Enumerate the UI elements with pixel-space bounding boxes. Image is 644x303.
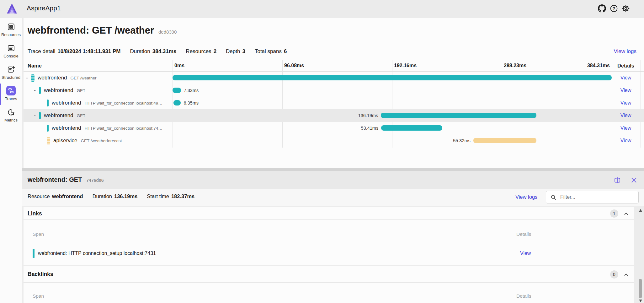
span-title: webfrontend: GET <box>28 176 82 183</box>
span-resource-name: webfrontend <box>52 125 81 131</box>
span-panel-content: Links 1 Span Details webfrontend: HTTP c… <box>22 206 644 303</box>
span-resource-name: webfrontend <box>44 112 73 119</box>
span-details-cell: View <box>612 122 640 134</box>
details-scrollbar[interactable] <box>638 207 643 303</box>
span-operation-name: GET /weather <box>71 76 97 80</box>
trace-span-row[interactable]: webfrontend HTTP wait_for_connection loc… <box>24 122 644 134</box>
resource-color-icon <box>47 100 49 106</box>
span-duration: Duration136.19ms <box>93 193 138 199</box>
span-view-link[interactable]: View <box>620 75 631 80</box>
span-duration-label: 6.35ms <box>184 100 199 106</box>
sidebar-item-metrics[interactable]: Metrics <box>0 105 22 126</box>
span-details-cell: View <box>612 84 640 97</box>
sidebar-label: Metrics <box>0 118 22 122</box>
span-details-cell: View <box>612 134 640 147</box>
span-panel-title: webfrontend: GET7476d06 <box>28 176 104 183</box>
span-start-time: Start time182.37ms <box>147 193 194 199</box>
span-duration-label: 55.32ms <box>453 138 471 143</box>
trace-span-row[interactable]: webfrontend HTTP wait_for_connection loc… <box>24 97 644 109</box>
backlinks-count-badge: 0 <box>610 270 618 279</box>
split-view-icon[interactable] <box>613 176 622 185</box>
resource-color-icon <box>47 137 50 144</box>
span-timeline-cell: 53.41ms <box>173 122 612 134</box>
sidebar-item-console[interactable]: Console <box>0 41 22 62</box>
resource-color-icon <box>39 87 41 94</box>
help-icon[interactable]: ? <box>609 4 618 13</box>
chevron-up-icon[interactable] <box>623 271 630 278</box>
row-expander[interactable]: - <box>34 112 39 119</box>
span-name-cell: - webfrontend GET <box>24 109 170 122</box>
structured-logs-icon <box>7 65 15 74</box>
sidebar-item-resources[interactable]: Resources <box>0 19 22 41</box>
span-view-link[interactable]: View <box>620 88 631 93</box>
span-view-logs-link[interactable]: View logs <box>515 194 537 200</box>
filter-input[interactable] <box>560 194 632 200</box>
span-duration-label: 7.33ms <box>184 88 199 93</box>
span-details-cell: View <box>612 72 640 84</box>
trace-span-row[interactable]: - webfrontend GET 7.33ms View <box>24 84 644 97</box>
links-title: Links <box>28 210 42 217</box>
trace-detail-card: webfrontend: GET /weatherded8390 Trace d… <box>24 18 644 168</box>
span-info-bar: Resourcewebfrontend Duration136.19ms Sta… <box>22 189 644 206</box>
span-name-cell: apiservice GET /weatherforecast <box>24 134 170 147</box>
span-timeline-cell: 136.19ms <box>173 109 612 122</box>
span-panel-header: webfrontend: GET7476d06 <box>22 171 644 189</box>
resource-color-icon <box>39 112 41 119</box>
row-expander[interactable]: - <box>34 87 39 94</box>
span-duration-label: 136.19ms <box>358 113 378 118</box>
span-id: 7476d06 <box>86 178 104 183</box>
trace-span-row[interactable]: - webfrontend GET 136.19ms View <box>24 109 644 122</box>
span-view-link[interactable]: View <box>620 100 631 106</box>
trace-span-row[interactable]: - webfrontend GET /weather View <box>24 72 644 84</box>
sidebar-item-traces[interactable]: Traces <box>0 84 22 105</box>
scroll-up-arrow-icon[interactable] <box>639 209 642 212</box>
resources-grid-icon <box>7 23 15 31</box>
active-indicator <box>0 84 1 105</box>
links-section: Links 1 Span Details webfrontend: HTTP c… <box>24 207 634 265</box>
settings-gear-icon[interactable] <box>621 4 630 13</box>
backlinks-section-header[interactable]: Backlinks 0 <box>24 266 634 283</box>
span-timeline-cell: 7.33ms <box>173 84 612 97</box>
metrics-icon <box>7 108 15 116</box>
sidebar-label: Structured <box>0 75 22 80</box>
chevron-up-icon[interactable] <box>623 210 630 217</box>
span-timeline-bar <box>173 88 181 93</box>
row-expander[interactable]: - <box>26 75 31 81</box>
resource-color-icon <box>33 249 35 258</box>
traces-icon <box>8 88 14 94</box>
span-resource-name: webfrontend <box>52 100 81 106</box>
links-details-header: Details <box>516 231 531 237</box>
scroll-down-arrow-icon[interactable] <box>639 300 642 302</box>
span-operation-name: GET <box>77 88 86 93</box>
span-timeline-bar <box>473 138 537 143</box>
span-resource-name: webfrontend <box>38 75 67 81</box>
close-icon[interactable] <box>629 176 639 185</box>
backlinks-span-header: Span <box>33 293 44 299</box>
resource-color-icon <box>31 74 35 82</box>
panel-resize-handle[interactable] <box>22 168 644 171</box>
span-view-link[interactable]: View <box>620 113 631 118</box>
aspire-logo-icon <box>7 3 17 14</box>
span-resource: Resourcewebfrontend <box>28 193 83 199</box>
sidebar-item-structured[interactable]: Structured <box>0 62 22 84</box>
span-name-cell: webfrontend HTTP wait_for_connection loc… <box>24 97 170 109</box>
span-view-link[interactable]: View <box>620 125 631 131</box>
link-row[interactable]: webfrontend: HTTP connection_setup local… <box>24 242 634 265</box>
backlinks-details-header: Details <box>516 293 531 299</box>
sidebar-label: Console <box>0 54 22 58</box>
span-operation-name: GET <box>77 113 86 118</box>
span-details-cell: View <box>612 97 640 109</box>
trace-span-row[interactable]: apiservice GET /weatherforecast 55.32ms … <box>24 134 644 147</box>
span-operation-name: HTTP wait_for_connection localhost:74… <box>85 126 162 131</box>
span-info: Resourcewebfrontend Duration136.19ms Sta… <box>28 193 194 199</box>
span-view-link[interactable]: View <box>620 138 631 143</box>
filter-box <box>546 191 639 203</box>
links-section-header[interactable]: Links 1 <box>24 207 634 220</box>
github-icon[interactable] <box>598 4 606 13</box>
links-span-header: Span <box>33 231 44 237</box>
link-view-link[interactable]: View <box>520 251 531 256</box>
span-timeline-cell: 6.35ms <box>173 97 612 109</box>
span-timeline-bar <box>381 125 442 131</box>
links-count-badge: 1 <box>610 209 618 218</box>
scrollbar-thumb[interactable] <box>639 279 642 298</box>
